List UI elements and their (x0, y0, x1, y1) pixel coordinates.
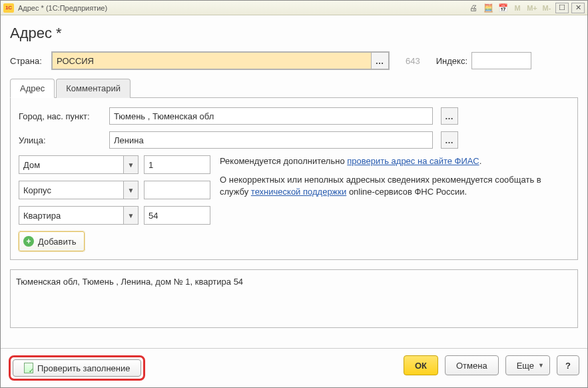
maximize-button[interactable]: ☐ (555, 3, 569, 13)
part-type-combo-1[interactable]: Корпус ▼ (19, 181, 139, 199)
page-title: Адрес * (10, 25, 578, 42)
add-part-button[interactable]: + Добавить (19, 231, 85, 251)
document-check-icon (24, 363, 33, 373)
calculator-icon[interactable]: 🧮 (482, 3, 494, 13)
part-row-2: Квартира ▼ 54 (19, 206, 210, 225)
add-part-label: Добавить (38, 237, 76, 247)
parts-left-column: Дом ▼ 1 Корпус ▼ Квар (19, 155, 210, 251)
part-value-input-1[interactable] (144, 181, 210, 199)
country-input[interactable]: РОССИЯ (52, 52, 372, 69)
footer: Проверить заполнение ОК Отмена Еще ▼ ? (1, 348, 587, 387)
part-type-combo-0[interactable]: Дом ▼ (19, 155, 139, 174)
country-select-button[interactable]: … (372, 52, 389, 69)
part-row-0: Дом ▼ 1 (19, 155, 210, 174)
app-logo-icon: 1C (3, 3, 14, 13)
content-area: Адрес * Страна: РОССИЯ … 643 Индекс: Адр… (1, 15, 587, 348)
city-select-button[interactable]: … (441, 107, 458, 125)
part-type-text-1: Корпус (19, 181, 123, 199)
hint2-post: online-сервисов ФНС России. (346, 187, 467, 197)
index-label: Индекс: (436, 56, 467, 66)
memory-mplus-icon: M+ (526, 3, 538, 13)
help-label: ? (565, 361, 571, 371)
chevron-down-icon[interactable]: ▼ (123, 207, 138, 224)
print-icon[interactable]: 🖨 (467, 3, 479, 13)
country-field-wrap: РОССИЯ … (51, 51, 390, 70)
ok-label: ОК (415, 361, 427, 371)
part-type-text-2: Квартира (19, 207, 123, 224)
city-input[interactable]: Тюмень , Тюменская обл (109, 107, 433, 125)
cancel-label: Отмена (456, 361, 487, 371)
index-input[interactable] (471, 52, 531, 69)
city-label: Город, нас. пункт: (19, 111, 105, 121)
hint1-pre: Рекомендуется дополнительно (220, 156, 347, 166)
part-row-1: Корпус ▼ (19, 181, 210, 199)
more-button[interactable]: Еще ▼ (505, 355, 550, 375)
ok-button[interactable]: ОК (404, 355, 438, 375)
memory-m-icon: M (511, 3, 523, 13)
street-label: Улица: (19, 135, 105, 145)
window: 1C Адрес * (1С:Предприятие) 🖨 🧮 📅 M M+ M… (0, 0, 588, 388)
street-input[interactable]: Ленина (109, 131, 433, 149)
chevron-down-icon[interactable]: ▼ (123, 156, 138, 173)
check-fill-label: Проверить заполнение (37, 363, 130, 373)
tab-comment[interactable]: Комментарий (56, 79, 131, 98)
check-fill-highlight: Проверить заполнение (9, 355, 145, 381)
chevron-down-icon[interactable]: ▼ (123, 181, 138, 199)
city-row: Город, нас. пункт: Тюмень , Тюменская об… (19, 107, 569, 125)
link-support[interactable]: технической поддержки (251, 187, 346, 197)
street-select-button[interactable]: … (441, 131, 458, 149)
tab-address[interactable]: Адрес (10, 79, 55, 98)
parts-grid: Дом ▼ 1 Корпус ▼ Квар (19, 155, 569, 251)
summary-box: Тюменская обл, Тюмень , Ленина, дом № 1,… (10, 269, 578, 328)
part-value-input-0[interactable]: 1 (144, 155, 210, 174)
country-code: 643 (406, 56, 420, 66)
link-fias[interactable]: проверить адрес на сайте ФИАС (347, 156, 479, 166)
check-fill-button[interactable]: Проверить заполнение (13, 359, 141, 377)
country-row: Страна: РОССИЯ … 643 Индекс: (10, 51, 578, 70)
part-type-text-0: Дом (19, 156, 123, 173)
help-button[interactable]: ? (557, 355, 579, 375)
cancel-button[interactable]: Отмена (445, 355, 499, 375)
part-value-input-2[interactable]: 54 (144, 206, 210, 225)
memory-mminus-icon: M- (541, 3, 553, 13)
titlebar: 1C Адрес * (1С:Предприятие) 🖨 🧮 📅 M M+ M… (1, 1, 587, 15)
close-button[interactable]: ✕ (571, 3, 585, 13)
hint-block: Рекомендуется дополнительно проверить ад… (220, 155, 569, 251)
part-type-combo-2[interactable]: Квартира ▼ (19, 206, 139, 225)
more-label: Еще (517, 361, 534, 371)
chevron-down-icon: ▼ (538, 362, 544, 369)
plus-icon: + (23, 236, 34, 247)
tab-body-address: Город, нас. пункт: Тюмень , Тюменская об… (10, 98, 578, 260)
calendar-icon[interactable]: 📅 (497, 3, 509, 13)
country-label: Страна: (10, 56, 47, 66)
tabs: Адрес Комментарий (10, 78, 578, 98)
window-title: Адрес * (1С:Предприятие) (18, 4, 107, 12)
street-row: Улица: Ленина … (19, 131, 569, 149)
hint1-post: . (479, 156, 482, 166)
